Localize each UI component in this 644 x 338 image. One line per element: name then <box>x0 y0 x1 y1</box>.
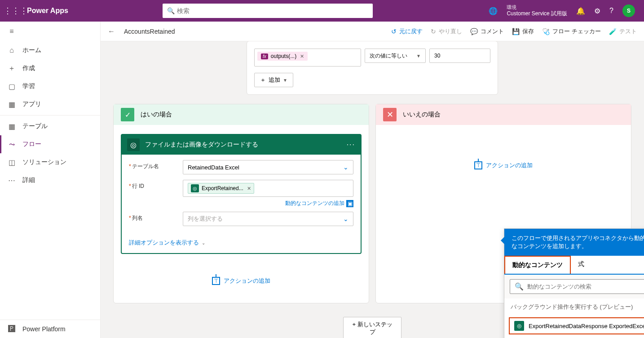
row-id-input[interactable]: ◎ ExportRetained... ✕ <box>183 180 353 197</box>
add-action-icon: ⊤ <box>212 277 220 285</box>
test-button: 🧪テスト <box>609 27 637 36</box>
chevron-down-icon: ⌄ <box>343 164 348 171</box>
remove-token-icon[interactable]: ✕ <box>247 186 251 191</box>
search-icon: 🔍 <box>515 282 524 291</box>
add-action-button[interactable]: ⊤ アクションの追加 <box>212 277 270 285</box>
download-file-action[interactable]: ◎ ファイルまたは画像をダウンロードする ··· *テーブル名 Retained… <box>121 134 362 254</box>
environment-icon[interactable]: 🌐 <box>489 7 498 15</box>
row-id-token[interactable]: ◎ ExportRetained... ✕ <box>188 183 254 194</box>
branch-title: いいえの場合 <box>403 111 441 119</box>
dc-heading: このフローで使用されるアプリやコネクタから動的なコンテンツを追加します。 <box>512 234 644 250</box>
dc-search-input[interactable]: 🔍 <box>510 279 644 294</box>
nav-power-platform[interactable]: 🅿Power Platform <box>0 320 100 338</box>
help-icon[interactable]: ? <box>609 7 613 15</box>
redo-button: ↻やり直し <box>431 27 462 36</box>
table-name-select[interactable]: RetainedData Excel ⌄ <box>183 160 353 174</box>
close-icon: ✕ <box>383 108 397 121</box>
avatar[interactable]: S <box>622 4 635 17</box>
dc-search-field[interactable] <box>527 283 644 290</box>
notifications-icon[interactable]: 🔔 <box>576 7 585 15</box>
condition-right-input[interactable]: 30 <box>429 49 490 63</box>
flow-checker-button[interactable]: 🩺フロー チェッカー <box>542 27 601 36</box>
nav-flows[interactable]: ⤳フロー <box>0 135 100 153</box>
dataverse-icon: ◎ <box>191 184 199 192</box>
search-icon: 🔍 <box>167 7 175 14</box>
dc-item-exported-excel-id[interactable]: ◎ ExportRetainedDataResponse ExportedExc… <box>509 317 644 334</box>
chevron-down-icon: ▼ <box>416 53 421 58</box>
add-action-icon: ⊤ <box>474 161 482 169</box>
chevron-down-icon: ⌄ <box>343 215 348 222</box>
tab-expression[interactable]: 式 <box>571 256 591 274</box>
fx-token[interactable]: fx outputs(...) ✕ <box>257 52 308 61</box>
add-dynamic-content-link[interactable]: 動的なコンテンツの追加 ▣ <box>129 200 353 207</box>
yes-branch: ✓ はいの場合 ◎ ファイルまたは画像をダウンロードする ··· *テーブル名 … <box>113 104 369 303</box>
dataverse-icon: ◎ <box>127 138 140 151</box>
nav-learn[interactable]: ▢学習 <box>0 77 100 95</box>
column-name-select[interactable]: 列を選択する ⌄ <box>183 212 353 226</box>
undo-button[interactable]: ↺元に戻す <box>391 27 423 36</box>
column-name-label: *列名 <box>129 212 183 222</box>
app-launcher-icon[interactable]: ⋮⋮⋮ <box>4 6 25 16</box>
condition-operator-select[interactable]: 次の値に等しい▼ <box>365 49 426 63</box>
nav-hamburger[interactable]: ≡ <box>0 22 100 41</box>
nav-create[interactable]: ＋作成 <box>0 59 100 77</box>
chevron-down-icon: ⌄ <box>202 240 205 245</box>
table-name-label: *テーブル名 <box>129 160 183 170</box>
add-action-button[interactable]: ⊤ アクションの追加 <box>474 161 533 169</box>
nav-tables[interactable]: ▦テーブル <box>0 117 100 135</box>
action-title: ファイルまたは画像をダウンロードする <box>145 141 341 149</box>
remove-token-icon[interactable]: ✕ <box>300 53 304 59</box>
nav-apps[interactable]: ▦アプリ <box>0 95 100 113</box>
plus-icon: ＋ <box>260 76 266 84</box>
row-id-label: *行 ID <box>129 180 183 190</box>
nav-home[interactable]: ⌂ホーム <box>0 41 100 59</box>
app-name: Power Apps <box>27 7 68 15</box>
dc-group-header: 手動でフローをトリガーします <box>504 336 644 338</box>
add-condition-button[interactable]: ＋追加▼ <box>254 73 293 87</box>
search-input[interactable] <box>163 4 373 18</box>
tab-dynamic-content[interactable]: 動的なコンテンツ <box>504 256 571 274</box>
environment-display[interactable]: 環境 Customer Service 試用版 <box>507 4 567 17</box>
nav-solutions[interactable]: ◫ソリューション <box>0 153 100 171</box>
page-title: AccountsRetained <box>124 28 175 35</box>
branch-title: はいの場合 <box>141 111 172 119</box>
action-menu-icon[interactable]: ··· <box>347 141 355 149</box>
fx-icon: fx <box>261 53 268 59</box>
plus-icon: ▣ <box>346 200 353 207</box>
comment-button[interactable]: 💬コメント <box>470 27 504 36</box>
show-advanced-link[interactable]: 詳細オプションを表示する⌄ <box>122 237 361 253</box>
new-step-button[interactable]: + 新しいステップ <box>343 317 401 338</box>
check-icon: ✓ <box>121 108 134 121</box>
dataverse-icon: ◎ <box>514 321 524 331</box>
dynamic-content-panel: このフローで使用されるアプリやコネクタから動的なコンテンツを追加します。 非表示… <box>504 228 644 338</box>
condition-left-input[interactable]: fx outputs(...) ✕ <box>254 49 361 67</box>
chevron-down-icon: ▼ <box>283 78 287 83</box>
back-arrow[interactable]: ← <box>108 27 115 36</box>
nav-more[interactable]: ⋯詳細 <box>0 171 100 189</box>
panel-beak <box>501 237 504 244</box>
save-button[interactable]: 💾保存 <box>512 27 534 36</box>
condition-card[interactable]: fx outputs(...) ✕ 次の値に等しい▼ 30 ＋追加▼ <box>247 41 498 95</box>
settings-icon[interactable]: ⚙ <box>594 7 600 15</box>
dc-group-header: バックグラウンド操作を実行する (プレビュー) <box>504 298 644 316</box>
